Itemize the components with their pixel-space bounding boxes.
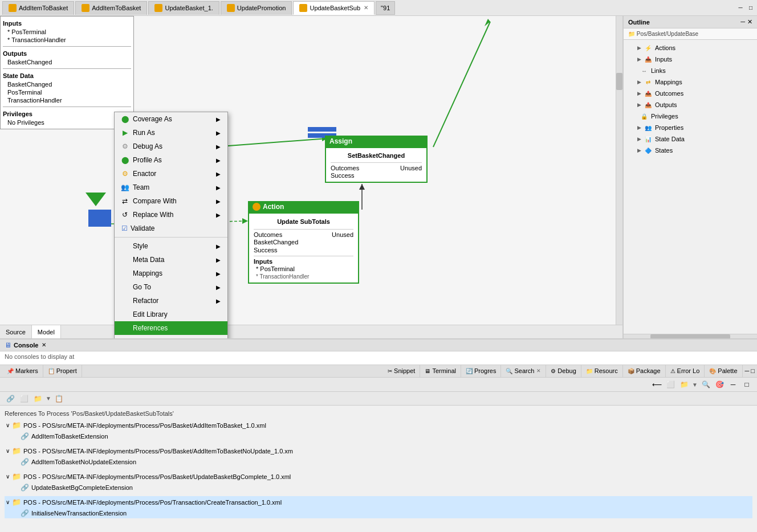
- tab-resource[interactable]: 📁 Resourc: [581, 365, 623, 378]
- menu-item-profile-as[interactable]: ⬤ Profile As ▶: [115, 153, 227, 167]
- right-outline-panel: Outline ─ ✕ 📁 Pos/Basket/UpdateBase ▶ ⚡ …: [623, 16, 757, 338]
- outline-minimize-button[interactable]: ─: [740, 18, 745, 26]
- toolbar-dropdown-arrow[interactable]: ▼: [692, 382, 698, 388]
- menu-item-replace-with[interactable]: ↺ Replace With ▶: [115, 208, 227, 222]
- assign-divider: [331, 162, 422, 163]
- ref-group-2-header[interactable]: ∨ 📁 POS - POS/src/META-INF/deployments/P…: [5, 445, 752, 457]
- ref-group-3: ∨ 📁 POS - POS/src/META-INF/deployments/P…: [5, 470, 752, 493]
- toolbar2-btn-1[interactable]: 🔗: [5, 393, 16, 404]
- assign-node[interactable]: Assign SetBasketChanged Outcomes Unused …: [325, 136, 428, 183]
- outline-item-outputs[interactable]: ▶ 📤 Outputs: [626, 99, 755, 111]
- toolbar-btn-target[interactable]: 🎯: [714, 379, 725, 390]
- tab-package[interactable]: 📦 Package: [623, 365, 666, 378]
- bottom-toolbar: ⟵ ⬜ 📁 ▼ 🔍 🎯 ─ □: [0, 378, 757, 392]
- tab-updatebasketsub[interactable]: UpdateBasketSub ✕: [293, 1, 375, 15]
- action-divider-1: [254, 229, 353, 230]
- outline-item-state-data[interactable]: ▶ 📊 State Data: [626, 133, 755, 145]
- menu-item-validate[interactable]: ☑ Validate: [115, 222, 227, 235]
- meta-data-arrow: ▶: [216, 257, 221, 263]
- references-panel: References To Process 'Pos/Basket/Update…: [0, 406, 757, 532]
- outline-item-links[interactable]: ↔ Links: [626, 65, 755, 76]
- ref-group-4-header[interactable]: ∨ 📁 POS - POS/src/META-INF/deployments/P…: [5, 496, 752, 508]
- actions-icon: ⚡: [644, 43, 653, 52]
- toolbar2-btn-2[interactable]: ⬜: [18, 393, 30, 404]
- maximize-button[interactable]: □: [747, 4, 755, 12]
- toolbar2-btn-folder2[interactable]: 📁: [32, 393, 43, 404]
- menu-item-meta-data[interactable]: Meta Data ▶: [115, 253, 227, 267]
- minimize-button[interactable]: ─: [736, 4, 744, 12]
- tab-additemtobasket-1[interactable]: AddItemToBasket: [2, 1, 74, 15]
- bottom-section: 🖥 Console ✕ No consoles to display at 📌 …: [0, 338, 757, 532]
- compare-with-icon: ⇄: [120, 197, 129, 206]
- toolbar-btn-1[interactable]: ⟵: [651, 379, 662, 390]
- bottom-minimize-btn[interactable]: ─: [745, 367, 750, 374]
- action-node[interactable]: Action Update SubTotals Outcomes Unused …: [248, 201, 359, 284]
- source-tab[interactable]: Source: [0, 325, 32, 338]
- menu-item-edit-library[interactable]: Edit Library: [115, 308, 227, 321]
- toolbar-btn-minus[interactable]: ─: [727, 379, 739, 390]
- tab-properties[interactable]: 📋 Propert: [43, 365, 82, 378]
- debug-as-arrow: ▶: [216, 144, 221, 150]
- menu-item-references[interactable]: References: [115, 321, 227, 335]
- tab-updatepromotion[interactable]: UpdatePromotion: [221, 1, 292, 15]
- model-tab[interactable]: Model: [32, 325, 61, 338]
- menu-item-team[interactable]: 👥 Team ▶: [115, 181, 227, 194]
- canvas-scrollbar-thumb: [616, 73, 622, 90]
- tab-progress[interactable]: 🔄 Progres: [461, 365, 502, 378]
- assign-node-header: Assign: [325, 136, 428, 147]
- tab-close-button[interactable]: ✕: [364, 5, 368, 11]
- toolbar-btn-search[interactable]: 🔍: [700, 379, 711, 390]
- privileges-icon: 🔒: [640, 112, 649, 121]
- outline-item-actions[interactable]: ▶ ⚡ Actions: [626, 42, 755, 54]
- tab-markers[interactable]: 📌 Markers: [2, 365, 43, 378]
- menu-item-style[interactable]: Style ▶: [115, 239, 227, 253]
- tab-error-log[interactable]: ⚠ Error Lo: [666, 365, 705, 378]
- tab-snippet[interactable]: ✂ Snippet: [383, 365, 420, 378]
- tab-debug[interactable]: ⚙ Debug: [546, 365, 581, 378]
- console-content: No consoles to display at: [0, 351, 757, 365]
- menu-item-enactor[interactable]: ⚙ Enactor ▶: [115, 167, 227, 181]
- tab-search[interactable]: 🔍 Search ✕: [501, 365, 546, 378]
- outline-item-mappings[interactable]: ▶ ⇄ Mappings: [626, 76, 755, 88]
- ref-item-2-1-icon: 🔗: [21, 458, 29, 466]
- tab-additemtobasket-2[interactable]: AddItemToBasket: [75, 1, 147, 15]
- canvas-scrollbar[interactable]: [616, 16, 622, 325]
- tab-terminal[interactable]: 🖥 Terminal: [420, 365, 461, 378]
- menu-divider-1: [115, 237, 227, 238]
- outline-item-properties[interactable]: ▶ 👥 Properties: [626, 122, 755, 133]
- menu-item-refactor[interactable]: Refactor ▶: [115, 294, 227, 308]
- outline-item-privileges[interactable]: 🔒 Privileges: [626, 111, 755, 122]
- ref-group-1-header[interactable]: ∨ 📁 POS - POS/src/META-INF/deployments/P…: [5, 419, 752, 431]
- menu-item-go-to[interactable]: Go To ▶: [115, 280, 227, 294]
- menu-item-run-as[interactable]: ▶ Run As ▶: [115, 126, 227, 140]
- toolbar-btn-maximize[interactable]: □: [741, 379, 752, 390]
- tab-icon-5: [299, 4, 307, 12]
- outline-item-states[interactable]: ▶ 🔷 States: [626, 145, 755, 156]
- menu-item-show-properties[interactable]: Show Properties: [115, 335, 227, 338]
- tab-updatebasket[interactable]: UpdateBasket_1.: [148, 1, 219, 15]
- tab-overflow[interactable]: "91: [376, 1, 395, 15]
- menu-item-coverage-as[interactable]: ⬤ Coverage As ▶: [115, 112, 227, 126]
- toolbar-btn-2[interactable]: ⬜: [665, 379, 676, 390]
- toolbar2-dropdown-arrow[interactable]: ▼: [46, 395, 51, 402]
- outline-title-label: Outline: [628, 19, 650, 26]
- tab-palette[interactable]: 🎨 Palette: [705, 365, 742, 378]
- outputs-icon: 📤: [644, 100, 653, 109]
- menu-item-mappings[interactable]: Mappings ▶: [115, 267, 227, 280]
- menu-item-debug-as[interactable]: ⚙ Debug As ▶: [115, 140, 227, 153]
- inputs-section-label: Inputs: [3, 19, 131, 28]
- search-tab-close[interactable]: ✕: [536, 368, 541, 374]
- menu-item-compare-with[interactable]: ⇄ Compare With ▶: [115, 194, 227, 208]
- console-close-button[interactable]: ✕: [42, 342, 46, 348]
- outline-item-inputs[interactable]: ▶ 📥 Inputs: [626, 54, 755, 65]
- outline-close-button[interactable]: ✕: [747, 18, 752, 26]
- svg-line-2: [433, 22, 490, 147]
- ref-group-3-header[interactable]: ∨ 📁 POS - POS/src/META-INF/deployments/P…: [5, 470, 752, 482]
- outline-item-outcomes[interactable]: ▶ 📤 Outcomes: [626, 88, 755, 99]
- bottom-maximize-btn[interactable]: □: [751, 367, 755, 374]
- toolbar-btn-folder[interactable]: 📁: [678, 379, 690, 390]
- action-outcomes-row: Outcomes Unused: [254, 231, 353, 238]
- toolbar2-btn-copy[interactable]: 📋: [54, 393, 65, 404]
- outline-scrollbar[interactable]: [624, 334, 757, 338]
- pos-terminal-input: * PosTerminal: [3, 28, 131, 36]
